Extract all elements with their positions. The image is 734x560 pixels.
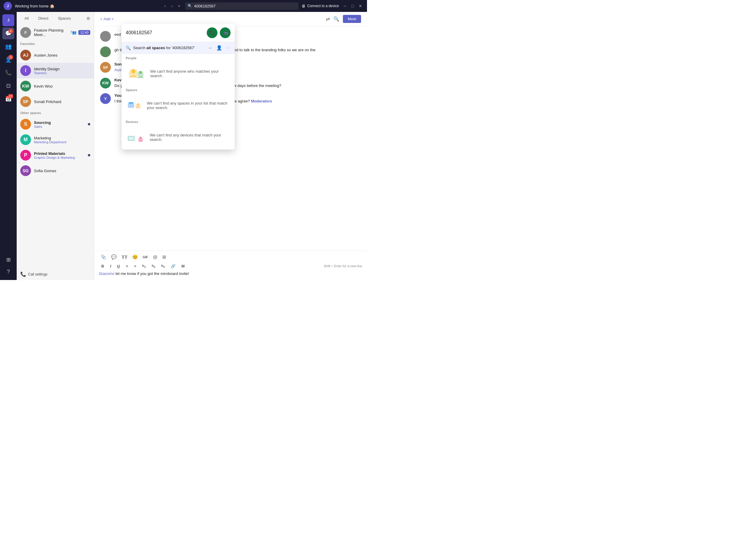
space-name-marketing: Marketing (34, 136, 66, 140)
translate-btn[interactable]: ⇄ (326, 15, 330, 23)
voicemail-icon: ⊡ (6, 83, 11, 89)
unread-dot-printed (88, 154, 90, 156)
contact-identity[interactable]: I Identity Design Teamers (17, 63, 94, 78)
typed-rest: let me know if you got the miroboard inv… (114, 271, 189, 276)
favorites-label: Favorites (17, 40, 94, 47)
rail-help[interactable]: ? (2, 266, 14, 278)
tab-direct[interactable]: Direct (34, 14, 52, 22)
search-spaces-icon: 🔍 (126, 46, 131, 50)
underline-btn[interactable]: U (115, 263, 122, 270)
h3-btn[interactable]: h3 (159, 263, 167, 270)
rail-bottom: ⊞ ? (2, 254, 14, 278)
rail-teams[interactable]: 👥 (2, 41, 14, 52)
svg-rect-9 (129, 137, 134, 140)
calls-icon: 📞 (5, 69, 12, 76)
mono-btn[interactable]: M (179, 263, 187, 270)
moderators-link[interactable]: Moderators (251, 99, 272, 103)
italic-btn[interactable]: I (108, 263, 113, 270)
apps-toolbar-btn[interactable]: ⊞ (161, 253, 168, 261)
nav-back[interactable]: ‹ (163, 3, 168, 9)
rail-contacts[interactable]: 👤 3 (2, 54, 14, 66)
minimize-btn[interactable]: ─ (343, 4, 348, 8)
mention-btn[interactable]: @ (151, 253, 159, 261)
rail-avatar[interactable]: J (2, 14, 14, 26)
space-name-sourcing: Sourcing (34, 120, 85, 125)
call-settings-icon: 📞 (20, 271, 26, 277)
rail-calls[interactable]: 📞 (2, 67, 14, 79)
chat-input-area[interactable]: Giacomo let me know if you got the mirob… (99, 270, 362, 278)
video-call-btn[interactable]: 📹 (220, 27, 231, 38)
meeting-info: Feature Planning Meet... (34, 28, 67, 37)
contact-name-austen: Austen Jones (34, 53, 57, 57)
close-btn[interactable]: ✕ (357, 4, 363, 8)
nav-forward[interactable]: › (169, 3, 175, 9)
contact-sonali[interactable]: SP Sonali Pritchard (17, 94, 94, 109)
unread-dot-sourcing (88, 123, 90, 125)
dots-icon: ⋯ (226, 45, 231, 51)
msg-avatar-kevin: KW (100, 78, 111, 88)
people-illustration (126, 65, 146, 82)
svg-point-7 (137, 103, 139, 106)
contact-austen[interactable]: AJ Austen Jones (17, 47, 94, 63)
space-printed[interactable]: P Printed Materials Graphic Design & Mar… (17, 147, 94, 163)
msg-avatar-sonali: SP (100, 62, 111, 73)
svg-point-1 (131, 69, 136, 74)
space-name-printed: Printed Materials (34, 151, 85, 156)
maximize-btn[interactable]: □ (350, 4, 355, 8)
search-chat-btn[interactable]: 🔍 (333, 15, 339, 23)
search-dropdown-header: 4006182567 📞 📹 (122, 24, 235, 42)
arrow-right-icon: → (207, 45, 212, 51)
rail-apps[interactable]: ⊞ (2, 254, 14, 266)
bold-btn[interactable]: B (99, 263, 106, 270)
nav-controls: ‹ › + (163, 3, 182, 9)
icon-rail: J 💬 4 👥 👤 3 📞 ⊡ 📅 17 ⊞ ? (0, 12, 17, 280)
space-marketing[interactable]: M Marketing Marketing Department (17, 132, 94, 147)
meeting-avatar: F (20, 27, 31, 38)
time-badge: 12:40 (78, 30, 90, 35)
tab-spaces[interactable]: Spaces (54, 14, 75, 22)
meeting-item[interactable]: F Feature Planning Meet... 7👥 12:40 (17, 25, 94, 40)
other-spaces-label: Other spaces (17, 109, 94, 116)
contact-avatar-austen: AJ (20, 50, 31, 60)
attach-btn[interactable]: 📎 (99, 253, 108, 261)
meet-btn[interactable]: Meet (343, 15, 361, 23)
msg-avatar-0 (100, 31, 111, 42)
call-settings[interactable]: 📞 Call settings (17, 268, 94, 280)
rail-calendar[interactable]: 📅 17 (2, 93, 14, 105)
link-btn[interactable]: 🔗 (168, 263, 178, 270)
h1-btn[interactable]: h1 (140, 263, 148, 270)
tab-all[interactable]: All (20, 14, 33, 22)
rail-chat[interactable]: 💬 4 (2, 27, 14, 39)
connect-device-label: Connect to a device (307, 4, 339, 8)
connect-device-btn[interactable]: 🖥 Connect to a device (301, 4, 339, 8)
search-all-spaces-btn[interactable]: 🔍 Search all spaces for '4006182567' → 👤… (122, 42, 235, 54)
ul-btn[interactable]: ≡ (123, 263, 130, 270)
contact-sofia[interactable]: SG Sofia Gomez (17, 163, 94, 178)
contact-kevin[interactable]: KW Kevin Woo (17, 78, 94, 94)
text-btn[interactable]: 𝐓𝐓 (120, 253, 129, 261)
header-add-btn[interactable]: + Add + (100, 17, 114, 21)
people-no-result-text: We can't find anyone who matches your se… (150, 69, 231, 78)
h2-btn[interactable]: h2 (149, 263, 158, 270)
svg-point-3 (139, 71, 142, 74)
spaces-section-label: Spaces (122, 86, 235, 93)
add-icon: + (100, 17, 102, 21)
toolbar-row1: 📎 💬 𝐓𝐓 😊 GIF @ ⊞ (99, 253, 362, 261)
emoji-btn[interactable]: 😊 (130, 253, 140, 261)
space-sourcing[interactable]: S Sourcing Sales (17, 116, 94, 132)
filter-icon[interactable]: ⚙ (86, 16, 90, 21)
whiteboard-btn[interactable]: 💬 (109, 253, 119, 261)
audio-call-btn[interactable]: 📞 (207, 27, 217, 38)
spaces-no-result-text: We can't find any spaces in your list th… (147, 101, 231, 110)
search-call-buttons: 📞 📹 (207, 27, 231, 38)
devices-illustration (126, 129, 145, 145)
ol-btn[interactable]: ≡ (132, 263, 139, 270)
rail-voicemail[interactable]: ⊡ (2, 80, 14, 92)
contact-avatar-sonali: SP (20, 96, 31, 107)
titlebar: J Working from home 🏠 ‹ › + 🔍 🖥 Connect … (0, 0, 367, 12)
search-input[interactable] (185, 2, 298, 10)
gif-btn[interactable]: GIF (141, 254, 150, 260)
nav-add[interactable]: + (176, 3, 182, 9)
user-avatar[interactable]: J (4, 2, 12, 10)
chat-header-left: + Add + (100, 17, 114, 21)
